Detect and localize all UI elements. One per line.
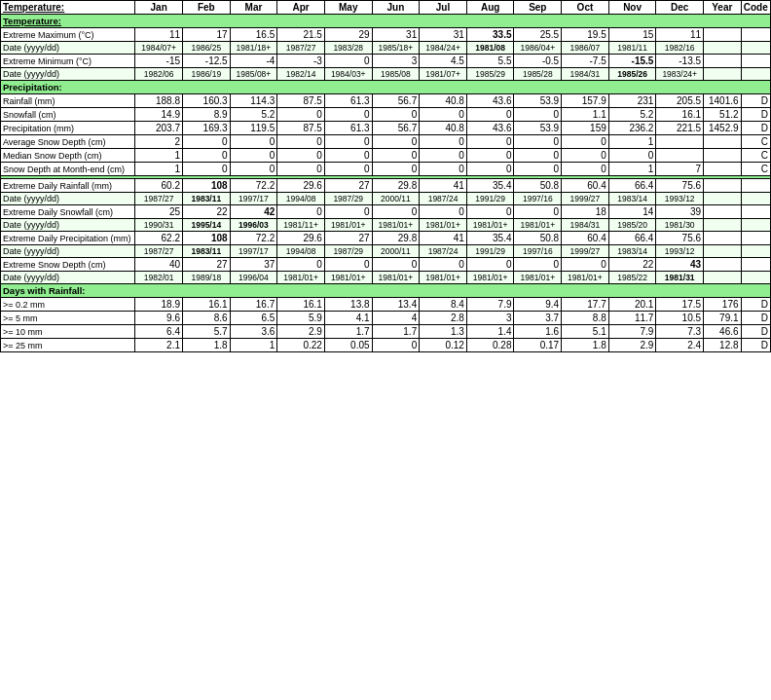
cell-value: 14 (608, 205, 656, 219)
row-label: Date (yyyy/dd) (1, 68, 135, 81)
cell-value: 1986/07 (562, 42, 609, 55)
cell-value: 0 (562, 163, 609, 176)
row-label: >= 25 mm (1, 339, 135, 352)
cell-value: 3 (466, 312, 514, 325)
col-header-feb: Feb (183, 1, 231, 15)
cell-value: 14.9 (135, 108, 183, 122)
cell-value: 1 (135, 163, 183, 176)
cell-value: 1982/01 (135, 272, 183, 284)
cell-value: 60.2 (135, 179, 183, 193)
cell-value: 1.8 (183, 339, 231, 352)
cell-value: 1986/19 (183, 68, 231, 81)
cell-value (704, 149, 742, 163)
cell-value: 50.8 (514, 232, 562, 245)
cell-value: 0 (420, 258, 467, 272)
table-row: Date (yyyy/dd)1987/271983/111997/171994/… (1, 245, 771, 258)
row-label: Precipitation (mm) (1, 122, 135, 135)
cell-value: 0 (514, 135, 562, 149)
cell-value: 221.5 (656, 122, 704, 135)
table-header-row: Temperature: Jan Feb Mar Apr May Jun Jul… (1, 1, 771, 15)
cell-value: 7.9 (608, 325, 656, 339)
cell-value: 1984/31 (562, 219, 609, 232)
cell-value: 16.1 (656, 108, 704, 122)
table-row: Days with Rainfall: (1, 284, 771, 298)
climate-data-table: Temperature: Jan Feb Mar Apr May Jun Jul… (0, 0, 771, 352)
cell-value (741, 258, 770, 272)
row-label: Extreme Snow Depth (cm) (1, 258, 135, 272)
section-header-label: Precipitation: (1, 81, 771, 94)
cell-value: 1997/16 (514, 193, 562, 205)
cell-value: 1981/01+ (466, 219, 514, 232)
cell-value: 0 (372, 339, 420, 352)
row-label: >= 10 mm (1, 325, 135, 339)
cell-value: 1987/24 (420, 245, 467, 258)
cell-value: 0 (466, 149, 514, 163)
table-row: Extreme Minimum (°C)-15-12.5-4-3034.55.5… (1, 55, 771, 68)
cell-value: 1985/08 (372, 68, 420, 81)
cell-value (704, 68, 742, 81)
cell-value: 43.6 (466, 122, 514, 135)
cell-value: 0.22 (277, 339, 325, 352)
cell-value: 29 (324, 28, 372, 42)
cell-value: 1.4 (466, 325, 514, 339)
cell-value (741, 232, 770, 245)
cell-value: 0.17 (514, 339, 562, 352)
col-header-jul: Jul (420, 1, 467, 15)
cell-value (741, 205, 770, 219)
row-label: Date (yyyy/dd) (1, 272, 135, 284)
cell-value: 72.2 (230, 179, 277, 193)
cell-value: 13.4 (372, 298, 420, 312)
cell-value: 18.9 (135, 298, 183, 312)
cell-value: 20.1 (608, 298, 656, 312)
cell-value (656, 149, 704, 163)
row-label: Median Snow Depth (cm) (1, 149, 135, 163)
cell-value (704, 42, 742, 55)
cell-value: 22 (183, 205, 231, 219)
col-header-apr: Apr (277, 1, 325, 15)
row-label: Rainfall (mm) (1, 94, 135, 108)
cell-value: 2000/11 (372, 193, 420, 205)
cell-value: 33.5 (466, 28, 514, 42)
cell-value: 1985/08+ (230, 68, 277, 81)
cell-value: 50.8 (514, 179, 562, 193)
cell-value: 1983/24+ (656, 68, 704, 81)
cell-value: 0 (420, 163, 467, 176)
cell-value: 1982/14 (277, 68, 325, 81)
cell-value (741, 55, 770, 68)
table-row: >= 10 mm6.45.73.62.91.71.71.31.41.65.17.… (1, 325, 771, 339)
cell-value: 1996/03 (230, 219, 277, 232)
cell-value: 0 (324, 163, 372, 176)
cell-value: 1999/27 (562, 245, 609, 258)
cell-value: 0 (420, 135, 467, 149)
cell-value: 0 (277, 149, 325, 163)
table-row: Date (yyyy/dd)1982/011989/181996/041981/… (1, 272, 771, 284)
cell-value (741, 219, 770, 232)
table-row: Date (yyyy/dd)1990/311995/141996/031981/… (1, 219, 771, 232)
cell-value: 2.1 (135, 339, 183, 352)
cell-value: 1994/08 (277, 245, 325, 258)
cell-value: 41 (420, 232, 467, 245)
table-row: Date (yyyy/dd)1984/07+1986/251981/18+198… (1, 42, 771, 55)
table-row: Extreme Daily Snowfall (cm)2522420000001… (1, 205, 771, 219)
table-row: Rainfall (mm)188.8160.3114.387.561.356.7… (1, 94, 771, 108)
cell-value: 16.7 (230, 298, 277, 312)
cell-value: D (741, 325, 770, 339)
cell-value: 42 (230, 205, 277, 219)
cell-value (704, 163, 742, 176)
table-row: Extreme Daily Precipitation (mm)62.21087… (1, 232, 771, 245)
cell-value: 0 (562, 258, 609, 272)
cell-value: 0 (466, 108, 514, 122)
cell-value: 0 (372, 108, 420, 122)
cell-value: 3.6 (230, 325, 277, 339)
cell-value: 1981/01+ (562, 272, 609, 284)
cell-value: 17.5 (656, 298, 704, 312)
row-label: Date (yyyy/dd) (1, 219, 135, 232)
cell-value: 0 (324, 205, 372, 219)
cell-value: 0 (324, 108, 372, 122)
cell-value: 2.8 (420, 312, 467, 325)
cell-value: C (741, 149, 770, 163)
cell-value: 0 (372, 135, 420, 149)
cell-value: -12.5 (183, 55, 231, 68)
cell-value: 16.1 (183, 298, 231, 312)
cell-value: 18 (562, 205, 609, 219)
